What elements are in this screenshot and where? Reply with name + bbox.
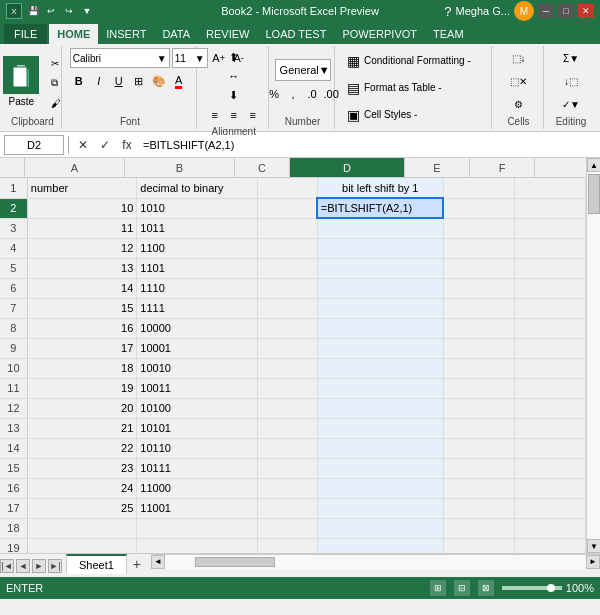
cell-a6[interactable]: 14	[27, 278, 136, 298]
cell-c3[interactable]	[257, 218, 317, 238]
col-header-e[interactable]: E	[405, 158, 470, 177]
cell-d12[interactable]	[317, 398, 443, 418]
hscroll-track[interactable]	[165, 555, 586, 569]
cell-a7[interactable]: 15	[27, 298, 136, 318]
cell-f6[interactable]	[514, 278, 585, 298]
cell-d1[interactable]: bit left shift by 1	[317, 178, 443, 198]
cell-a15[interactable]: 23	[27, 458, 136, 478]
align-left-button[interactable]: ≡	[206, 106, 224, 124]
cell-d14[interactable]	[317, 438, 443, 458]
format-as-table-button[interactable]: ▤ Format as Table -	[343, 77, 485, 99]
cell-d3[interactable]	[317, 218, 443, 238]
col-header-c[interactable]: C	[235, 158, 290, 177]
cell-c5[interactable]	[257, 258, 317, 278]
sum-button[interactable]: Σ▼	[559, 49, 583, 68]
page-layout-button[interactable]: ⊟	[454, 580, 470, 596]
cell-a9[interactable]: 17	[27, 338, 136, 358]
quick-save-btn[interactable]: 💾	[26, 4, 40, 18]
cell-a5[interactable]: 13	[27, 258, 136, 278]
quick-redo-btn[interactable]: ↪	[62, 4, 76, 18]
align-top-button[interactable]: ⬆	[225, 48, 243, 66]
cell-a12[interactable]: 20	[27, 398, 136, 418]
cell-d19[interactable]	[317, 538, 443, 553]
fill-color-button[interactable]: 🎨	[150, 72, 168, 90]
close-button[interactable]: ✕	[578, 4, 594, 18]
cell-c16[interactable]	[257, 478, 317, 498]
cell-e7[interactable]	[443, 298, 514, 318]
tab-loadtest[interactable]: LOAD TEST	[258, 24, 335, 44]
cell-c12[interactable]	[257, 398, 317, 418]
quick-undo-btn[interactable]: ↩	[44, 4, 58, 18]
cell-a18[interactable]	[27, 518, 136, 538]
align-center-button[interactable]: ≡	[225, 106, 243, 124]
cell-a11[interactable]: 19	[27, 378, 136, 398]
cell-f13[interactable]	[514, 418, 585, 438]
row-num-16[interactable]: 16	[0, 478, 27, 498]
cell-reference-input[interactable]: D2	[4, 135, 64, 155]
format-painter-button[interactable]: 🖌	[47, 94, 65, 113]
cell-e1[interactable]	[443, 178, 514, 198]
cell-a10[interactable]: 18	[27, 358, 136, 378]
row-num-18[interactable]: 18	[0, 518, 27, 538]
hscroll-right-button[interactable]: ►	[586, 555, 600, 569]
quick-dropdown-btn[interactable]: ▼	[80, 4, 94, 18]
row-num-10[interactable]: 10	[0, 358, 27, 378]
row-num-15[interactable]: 15	[0, 458, 27, 478]
cell-e16[interactable]	[443, 478, 514, 498]
cell-c6[interactable]	[257, 278, 317, 298]
row-num-11[interactable]: 11	[0, 378, 27, 398]
cell-b10[interactable]: 10010	[137, 358, 257, 378]
cell-f19[interactable]	[514, 538, 585, 553]
cell-d9[interactable]	[317, 338, 443, 358]
align-right-button[interactable]: ≡	[244, 106, 262, 124]
row-num-12[interactable]: 12	[0, 398, 27, 418]
bold-button[interactable]: B	[70, 72, 88, 90]
cell-b2[interactable]: 1010	[137, 198, 257, 218]
cell-f11[interactable]	[514, 378, 585, 398]
cell-a16[interactable]: 24	[27, 478, 136, 498]
cell-e12[interactable]	[443, 398, 514, 418]
add-sheet-button[interactable]: +	[127, 554, 147, 574]
cell-c17[interactable]	[257, 498, 317, 518]
cell-b8[interactable]: 10000	[137, 318, 257, 338]
cell-d10[interactable]	[317, 358, 443, 378]
row-num-19[interactable]: 19	[0, 538, 27, 553]
scroll-track[interactable]	[587, 172, 600, 539]
border-button[interactable]: ⊞	[130, 72, 148, 90]
cell-f9[interactable]	[514, 338, 585, 358]
percent-button[interactable]: %	[265, 85, 283, 103]
cell-c15[interactable]	[257, 458, 317, 478]
zoom-slider[interactable]	[502, 586, 562, 590]
cell-c10[interactable]	[257, 358, 317, 378]
cell-f8[interactable]	[514, 318, 585, 338]
cell-e14[interactable]	[443, 438, 514, 458]
row-num-17[interactable]: 17	[0, 498, 27, 518]
format-cells-button[interactable]: ⚙	[510, 95, 527, 114]
cell-d8[interactable]	[317, 318, 443, 338]
row-num-13[interactable]: 13	[0, 418, 27, 438]
cell-b7[interactable]: 1111	[137, 298, 257, 318]
cell-styles-button[interactable]: ▣ Cell Styles -	[343, 104, 485, 126]
insert-cells-button[interactable]: ⬚↓	[508, 49, 530, 68]
cell-b17[interactable]: 11001	[137, 498, 257, 518]
minimize-button[interactable]: ─	[538, 4, 554, 18]
cell-e6[interactable]	[443, 278, 514, 298]
cell-d4[interactable]	[317, 238, 443, 258]
cell-f3[interactable]	[514, 218, 585, 238]
cell-b16[interactable]: 11000	[137, 478, 257, 498]
cell-d11[interactable]	[317, 378, 443, 398]
first-tab-button[interactable]: |◄	[0, 559, 14, 573]
tab-insert[interactable]: INSERT	[98, 24, 154, 44]
scroll-thumb[interactable]	[588, 174, 600, 214]
cell-b14[interactable]: 10110	[137, 438, 257, 458]
row-num-14[interactable]: 14	[0, 438, 27, 458]
cut-button[interactable]: ✂ ✂	[47, 54, 65, 73]
underline-button[interactable]: U	[110, 72, 128, 90]
font-color-button[interactable]: A	[170, 72, 188, 90]
cell-f16[interactable]	[514, 478, 585, 498]
cell-f14[interactable]	[514, 438, 585, 458]
cell-b19[interactable]	[137, 538, 257, 553]
clear-button[interactable]: ✓▼	[558, 95, 584, 114]
cell-a3[interactable]: 11	[27, 218, 136, 238]
cell-f15[interactable]	[514, 458, 585, 478]
